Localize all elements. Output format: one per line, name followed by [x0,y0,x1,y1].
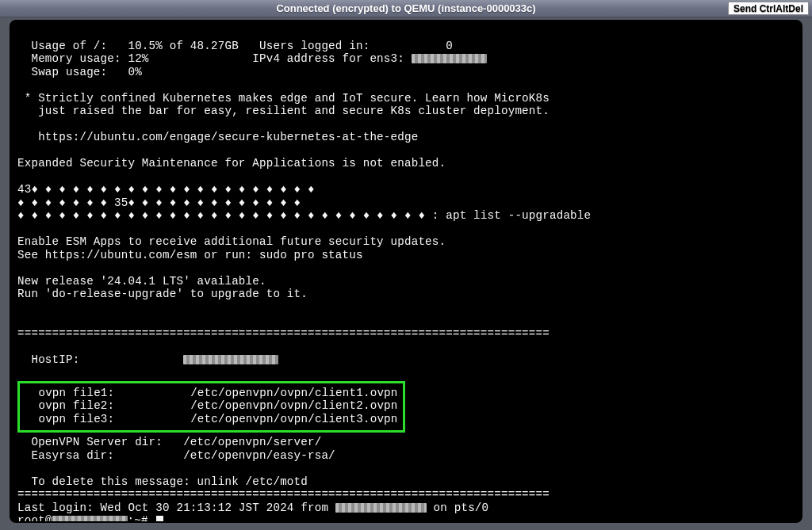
newrelease-2: Run 'do-release-upgrade' to upgrade to i… [17,288,308,300]
terminal-output: Usage of /: 10.5% of 48.27GB Users logge… [17,26,795,523]
titlebar: Connected (encrypted) to QEMU (instance-… [0,0,812,17]
diamonds-2: ♦ ♦ ♦ ♦ ♦ ♦ ♦ 35♦ ♦ ♦ ♦ ♦ ♦ ♦ ♦ ♦ ♦ ♦ ♦ … [17,196,301,209]
send-ctrlaltdel-label: Send CtrlAltDel [733,3,803,14]
last-login: Last login: Wed Oct 30 21:13:12 JST 2024… [17,501,488,514]
esm-enable-2: See https://ubuntu.com/esm or run: sudo … [17,249,363,261]
send-ctrlaltdel-button[interactable]: Send CtrlAltDel [728,2,809,15]
promo-url: https://ubuntu.com/engage/secure-kuberne… [17,131,418,143]
delete-msg: To delete this message: unlink /etc/motd [17,475,308,488]
diamonds-3: ♦ ♦ ♦ ♦ ♦ ♦ ♦ ♦ ♦ ♦ ♦ ♦ ♦ ♦ ♦ ♦ ♦ ♦ ♦ ♦ … [17,209,591,222]
separator-top: ========================================… [17,327,550,340]
newrelease-1: New release '24.04.1 LTS' available. [17,275,266,288]
swap-line: Swap usage: 0% [17,66,142,78]
memory-line: Memory usage: 12% IPv4 address for ens3: [17,52,487,65]
redacted-ip [412,54,487,63]
separator-bottom: ========================================… [17,488,550,501]
cursor [156,516,163,523]
usage-line: Usage of /: 10.5% of 48.27GB Users logge… [17,40,453,52]
ovpn-highlight-box: ovpn file1: /etc/openvpn/ovpn/client1.ov… [17,381,405,433]
server-dir: OpenVPN Server dir: /etc/openvpn/server/ [17,436,321,448]
redacted-hostip [183,355,278,364]
diamonds-1: 43♦ ♦ ♦ ♦ ♦ ♦ ♦ ♦ ♦ ♦ ♦ ♦ ♦ ♦ ♦ ♦ ♦ ♦ ♦ … [17,183,315,196]
ovpn-file3: ovpn file3: /etc/openvpn/ovpn/client3.ov… [25,413,398,425]
esm-enable-1: Enable ESM Apps to receive additional fu… [17,235,446,248]
redacted-hostname [52,516,128,523]
esm-not-enabled: Expanded Security Maintenance for Applic… [17,157,446,170]
redacted-from-ip [335,503,427,513]
titlebar-title: Connected (encrypted) to QEMU (instance-… [276,2,535,14]
ovpn-file1: ovpn file1: /etc/openvpn/ovpn/client1.ov… [25,387,398,399]
promo-line-1: * Strictly confined Kubernetes makes edg… [17,92,550,105]
promo-line-2: just raised the bar for easy, resilient … [17,105,550,117]
ovpn-file2: ovpn file2: /etc/openvpn/ovpn/client2.ov… [25,399,398,412]
hostip-line: HostIP: [17,353,278,366]
console-frame[interactable]: Usage of /: 10.5% of 48.27GB Users logge… [10,20,802,523]
shell-prompt[interactable]: root@:~# [17,514,163,523]
easyrsa-dir: Easyrsa dir: /etc/openvpn/easy-rsa/ [17,449,335,462]
